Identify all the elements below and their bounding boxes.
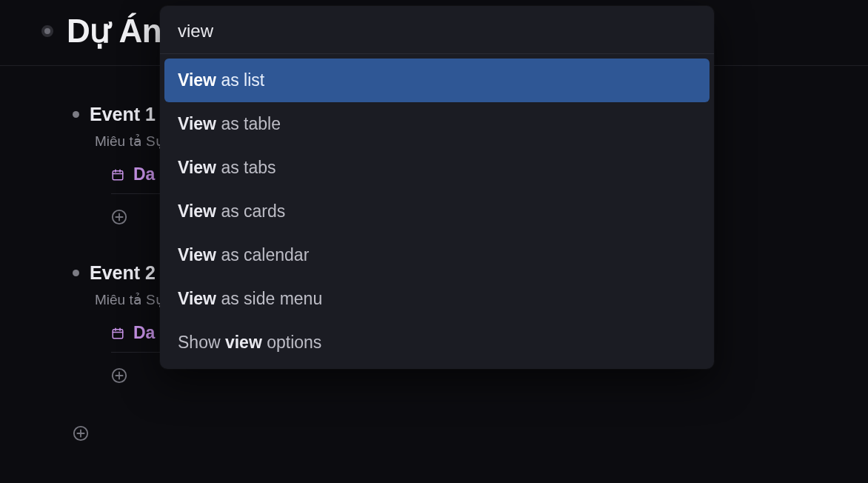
- bullet-icon: [73, 111, 79, 118]
- command-item-match: View: [178, 289, 216, 308]
- svg-rect-7: [113, 329, 123, 338]
- command-popover: View as listView as tableView as tabsVie…: [160, 6, 714, 369]
- command-result-item[interactable]: View as calendar: [164, 233, 710, 277]
- plus-circle-icon: [111, 209, 127, 225]
- command-item-match: View: [178, 245, 216, 264]
- command-search-input[interactable]: [178, 21, 696, 41]
- bullet-icon: [73, 270, 79, 276]
- command-results-list: View as listView as tableView as tabsVie…: [160, 54, 714, 369]
- command-item-match: View: [178, 201, 216, 221]
- command-item-rest: as table: [216, 114, 281, 133]
- svg-rect-0: [113, 170, 123, 179]
- add-field-button[interactable]: [111, 367, 717, 384]
- page-title: Dự Án: [67, 12, 161, 50]
- command-item-rest: as calendar: [216, 245, 309, 264]
- command-result-item[interactable]: View as table: [164, 102, 710, 146]
- page-status-dot: [41, 25, 53, 37]
- command-result-item[interactable]: View as list: [164, 59, 710, 102]
- add-block-button[interactable]: [73, 425, 89, 442]
- command-item-rest: as list: [216, 70, 264, 90]
- event-title: Event 2: [90, 262, 156, 284]
- command-search-row: [160, 6, 714, 53]
- plus-circle-icon: [111, 367, 127, 384]
- date-field-label: Da: [133, 323, 155, 343]
- plus-circle-icon: [73, 425, 89, 442]
- calendar-icon: [111, 168, 124, 181]
- date-field-label: Da: [133, 164, 155, 184]
- command-result-item[interactable]: Show view options: [164, 321, 710, 364]
- command-item-match: View: [178, 114, 216, 133]
- calendar-icon: [111, 327, 124, 340]
- event-title: Event 1: [90, 104, 156, 125]
- command-item-prefix: Show: [178, 333, 225, 352]
- command-item-rest: as cards: [216, 201, 285, 221]
- command-item-match: view: [225, 333, 262, 352]
- command-result-item[interactable]: View as tabs: [164, 146, 710, 190]
- command-item-rest: options: [262, 333, 322, 352]
- command-item-match: View: [178, 158, 216, 177]
- command-item-rest: as tabs: [216, 158, 276, 177]
- command-item-rest: as side menu: [216, 289, 322, 308]
- command-result-item[interactable]: View as side menu: [164, 277, 710, 321]
- command-result-item[interactable]: View as cards: [164, 190, 710, 233]
- command-item-match: View: [178, 70, 216, 90]
